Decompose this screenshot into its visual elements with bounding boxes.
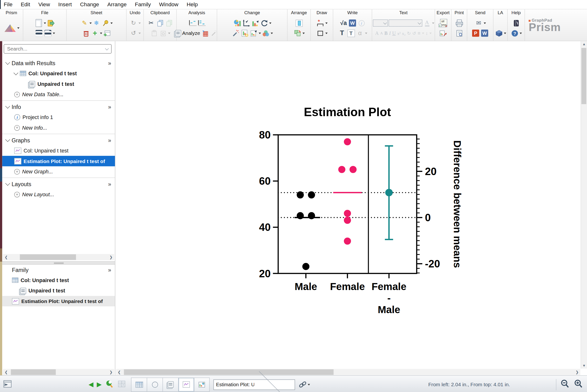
collapse-sidebar-button[interactable] <box>3 379 12 390</box>
refresh-data-icon[interactable] <box>260 19 268 27</box>
sidebar-item-new-data-table[interactable]: + New Data Table... <box>2 89 115 100</box>
align-button[interactable]: ≡ <box>418 30 420 36</box>
search-box[interactable] <box>4 44 112 54</box>
wand-icon[interactable] <box>210 29 218 37</box>
expand-icon[interactable]: » <box>108 104 115 110</box>
expand-icon[interactable]: » <box>108 266 115 273</box>
scroll-left-arrow[interactable]: ❮ <box>3 369 9 375</box>
menu-view[interactable]: View <box>34 0 54 9</box>
send-word-button[interactable]: W <box>481 29 489 37</box>
section-info[interactable]: Info » <box>2 102 115 112</box>
cut-button[interactable]: ✂ <box>147 19 155 27</box>
section-graphs[interactable]: Graphs » <box>2 135 115 146</box>
t-test-icon[interactable] <box>188 19 196 27</box>
expand-icon[interactable]: » <box>108 137 115 143</box>
expand-icon[interactable]: » <box>108 60 115 66</box>
view-results-button[interactable] <box>162 377 178 392</box>
graph-type-icon[interactable] <box>233 19 241 27</box>
family-item-estimation-plot[interactable]: Estimation Plot: Unpaired t test of <box>2 296 115 306</box>
print-preview-button[interactable] <box>455 29 463 37</box>
sidebar-item-new-graph[interactable]: + New Graph... <box>2 166 115 177</box>
subscript-button[interactable]: x₂ <box>402 31 406 35</box>
sidebar-scrollbar[interactable]: ❮ ❯ <box>3 254 114 260</box>
chevron-down-icon[interactable] <box>105 46 109 50</box>
sidebar-item-project-info[interactable]: i Project info 1 <box>2 112 115 123</box>
rotate-text-left-button[interactable]: ↻ <box>407 30 411 36</box>
sidebar-item-new-layout[interactable]: + New Layout... <box>2 189 115 200</box>
menu-edit[interactable]: Edit <box>16 0 34 9</box>
add-info-button[interactable]: i <box>357 19 366 27</box>
new-analysis-icon[interactable] <box>201 29 209 37</box>
panel-splitter[interactable] <box>2 262 115 264</box>
help-button[interactable]: ? <box>511 29 519 37</box>
prism-button[interactable] <box>3 23 19 33</box>
find-sheet-button[interactable] <box>105 379 114 390</box>
send-powerpoint-button[interactable]: P <box>472 29 480 37</box>
font-increase-button[interactable]: A <box>375 30 379 36</box>
new-file-button[interactable] <box>35 19 43 27</box>
scrollbar-thumb[interactable] <box>582 48 586 104</box>
paste-special-button[interactable] <box>150 29 158 37</box>
new-sheet-icon[interactable]: + <box>91 29 99 37</box>
swap-axes-icon[interactable] <box>242 19 250 27</box>
sidebar-item-data-table[interactable]: Col: Unpaired t test <box>2 68 115 79</box>
font-family-select[interactable] <box>388 20 422 27</box>
magic-wand-icon[interactable] <box>231 29 240 37</box>
menu-file[interactable]: File <box>4 0 17 9</box>
scrollbar-thumb[interactable] <box>20 254 76 260</box>
section-data-with-results[interactable]: Data with Results » <box>2 58 115 68</box>
sidebar-item-new-info[interactable]: + New Info... <box>2 122 115 133</box>
zoom-out-button[interactable] <box>560 379 570 390</box>
guides-button[interactable] <box>512 19 520 27</box>
family-item-data-table[interactable]: Col: Unpaired t test <box>2 275 115 286</box>
equation-button[interactable]: √a <box>339 19 348 27</box>
open-file-button[interactable] <box>47 19 55 27</box>
expand-icon[interactable]: » <box>108 180 115 187</box>
line-spacing-button[interactable]: ↕ <box>426 30 428 36</box>
scrollbar-thumb[interactable] <box>11 370 56 375</box>
pin-sheet-icon[interactable] <box>101 19 109 27</box>
annotation-icon[interactable]: * <box>316 19 324 27</box>
font-size-select[interactable] <box>373 20 388 27</box>
greek-button[interactable]: α <box>356 29 364 37</box>
save-as-button[interactable] <box>43 29 52 37</box>
family-item-results[interactable]: Unpaired t test <box>2 286 115 296</box>
superscript-button[interactable]: x² <box>397 31 401 35</box>
delete-sheet-icon[interactable] <box>82 29 90 37</box>
view-data-table-button[interactable] <box>131 377 147 392</box>
section-layouts[interactable]: Layouts » <box>2 179 115 189</box>
menu-insert[interactable]: Insert <box>54 0 76 9</box>
redo-button[interactable]: ↺ <box>129 29 137 37</box>
analyze-button[interactable]: Analyze <box>175 28 218 38</box>
chevron-down-icon[interactable] <box>5 104 10 108</box>
export-image-button[interactable]: tiffbmp <box>438 19 448 27</box>
menu-change[interactable]: Change <box>76 0 103 9</box>
zoom-in-button[interactable] <box>574 379 583 390</box>
change-order-icon[interactable] <box>251 19 259 27</box>
go-forward-button[interactable]: ▶ <box>95 380 103 388</box>
rename-sheet-icon[interactable]: ✎ <box>80 19 88 27</box>
font-color-button[interactable]: A <box>423 19 431 27</box>
scroll-right-arrow[interactable]: ❯ <box>108 369 114 375</box>
scroll-right-arrow[interactable]: ❯ <box>574 369 580 375</box>
scroll-left-arrow[interactable]: ❮ <box>116 369 122 375</box>
email-button[interactable]: ✉ <box>475 19 483 27</box>
menu-window[interactable]: Window <box>155 0 183 9</box>
menu-help[interactable]: Help <box>182 0 202 9</box>
sheet-selector-dropdown[interactable]: Estimation Plot: Unpaired t test <box>213 379 295 390</box>
text-tool-button[interactable]: T <box>338 29 346 37</box>
linked-sheets-button[interactable] <box>298 380 310 389</box>
paste-link-button[interactable] <box>159 29 167 37</box>
paste-button[interactable] <box>165 19 173 27</box>
chevron-down-icon[interactable] <box>5 137 10 142</box>
scroll-right-arrow[interactable]: ❯ <box>108 254 114 260</box>
menu-family[interactable]: Family <box>131 0 155 9</box>
save-button[interactable] <box>35 29 43 37</box>
export-graph-button[interactable] <box>439 29 447 37</box>
sheet-gallery-button[interactable] <box>117 380 126 389</box>
scrollbar-thumb[interactable] <box>124 370 334 375</box>
sidebar-item-graph-col[interactable]: Col: Unpaired t test <box>2 145 115 156</box>
undo-button[interactable]: ↻ <box>129 19 137 27</box>
view-graph-button[interactable] <box>178 377 194 392</box>
italic-button[interactable]: I <box>389 30 391 36</box>
